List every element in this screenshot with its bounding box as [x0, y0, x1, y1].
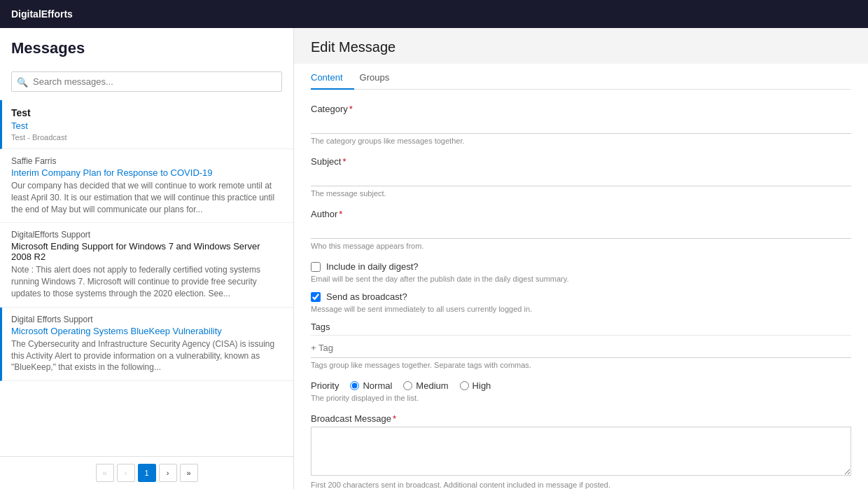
author-input[interactable] — [311, 222, 851, 239]
priority-normal-option[interactable]: Normal — [350, 380, 392, 391]
message-subject: Interim Company Plan for Response to COV… — [11, 167, 282, 178]
tags-divider — [311, 335, 851, 336]
list-item[interactable]: Saffie Farris Interim Company Plan for R… — [0, 149, 293, 223]
tags-hint: Tags group like messages together. Separ… — [311, 361, 851, 369]
daily-digest-hint: Email will be sent the day after the pub… — [311, 275, 851, 283]
author-label: Author* — [311, 209, 851, 219]
subject-label: Subject* — [311, 156, 851, 167]
message-sender: Digital Efforts Support — [11, 315, 282, 324]
category-hint: The category groups like messages togeth… — [311, 137, 851, 145]
list-item[interactable]: DigitalEfforts Support Microsoft Ending … — [0, 223, 293, 307]
message-preview: The Cybersecurity and Infrastructure Sec… — [11, 338, 282, 373]
broadcast-message-label: Broadcast Message* — [311, 413, 851, 424]
message-preview: Note : This alert does not apply to fede… — [11, 264, 282, 299]
search-icon: 🔍 — [17, 76, 28, 87]
edit-title: Edit Message — [311, 39, 851, 55]
broadcast-checkbox-label[interactable]: Send as broadcast? — [311, 291, 851, 302]
priority-normal-radio[interactable] — [350, 381, 359, 390]
subject-hint: The message subject. — [311, 189, 851, 198]
tab-groups[interactable]: Groups — [360, 67, 401, 90]
app-title: DigitalEfforts — [11, 8, 73, 20]
search-container: 🔍 — [0, 71, 293, 100]
priority-label: Priority — [311, 380, 339, 391]
message-sender: DigitalEfforts Support — [11, 230, 282, 240]
list-item[interactable]: Test Test Test - Broadcast — [0, 100, 293, 149]
broadcast-checkbox-hint: Message will be sent immediately to all … — [311, 305, 851, 313]
priority-group: Priority Normal Medium High The priority… — [311, 380, 851, 402]
page-first-button[interactable]: « — [96, 464, 114, 482]
left-panel: Messages 🔍 Test Test Test - Broadcast Sa… — [0, 28, 294, 489]
message-meta: Test - Broadcast — [11, 133, 282, 142]
page-last-button[interactable]: » — [180, 464, 198, 482]
priority-high-option[interactable]: High — [460, 380, 491, 391]
daily-digest-group: Include in daily digest? Email will be s… — [311, 261, 851, 283]
broadcast-checkbox[interactable] — [311, 292, 321, 302]
tags-label: Tags — [311, 322, 851, 332]
priority-high-radio[interactable] — [460, 381, 469, 390]
daily-digest-label[interactable]: Include in daily digest? — [311, 261, 851, 272]
page-prev-button[interactable]: ‹ — [117, 464, 135, 482]
top-bar: DigitalEfforts — [0, 0, 868, 28]
message-sender: Saffie Farris — [11, 156, 282, 166]
main-layout: Messages 🔍 Test Test Test - Broadcast Sa… — [0, 28, 868, 489]
broadcast-message-input[interactable] — [311, 427, 851, 476]
daily-digest-checkbox[interactable] — [311, 262, 321, 272]
broadcast-checkbox-group: Send as broadcast? Message will be sent … — [311, 291, 851, 313]
author-group: Author* Who this message appears from. — [311, 209, 851, 250]
category-input[interactable] — [311, 117, 851, 134]
page-current-button[interactable]: 1 — [138, 464, 156, 482]
tags-group: Tags Tags group like messages together. … — [311, 322, 851, 369]
message-subject-sub: Test — [11, 120, 282, 131]
author-hint: Who this message appears from. — [311, 242, 851, 250]
search-input[interactable] — [11, 71, 282, 92]
edit-header: Edit Message — [294, 28, 868, 64]
priority-hint: The priority displayed in the list. — [311, 394, 851, 402]
subject-group: Subject* The message subject. — [311, 156, 851, 198]
page-next-button[interactable]: › — [159, 464, 177, 482]
tab-content[interactable]: Content — [311, 67, 354, 90]
message-preview: Our company has decided that we will con… — [11, 180, 282, 215]
tabs: Content Groups — [311, 64, 851, 90]
panel-title: Messages — [11, 39, 282, 57]
priority-options: Priority Normal Medium High — [311, 380, 851, 391]
panel-header: Messages — [0, 28, 293, 71]
message-subject: Microsoft Ending Support for Windows 7 a… — [11, 241, 282, 262]
message-subject: Test — [11, 107, 282, 118]
tags-container — [311, 338, 851, 358]
messages-list: Test Test Test - Broadcast Saffie Farris… — [0, 100, 293, 456]
right-panel: Edit Message Content Groups Category* Th… — [294, 28, 868, 489]
subject-input[interactable] — [311, 170, 851, 186]
category-group: Category* The category groups like messa… — [311, 104, 851, 145]
broadcast-message-group: Broadcast Message* First 200 characters … — [311, 413, 851, 489]
message-subject: Microsoft Operating Systems BlueKeep Vul… — [11, 326, 282, 336]
priority-medium-radio[interactable] — [403, 381, 412, 390]
edit-content: Content Groups Category* The category gr… — [294, 64, 868, 489]
priority-medium-option[interactable]: Medium — [403, 380, 448, 391]
broadcast-message-hint: First 200 characters sent in broadcast. … — [311, 481, 851, 489]
tag-input[interactable] — [311, 341, 428, 354]
category-label: Category* — [311, 104, 851, 114]
search-wrapper: 🔍 — [11, 71, 282, 92]
list-item[interactable]: Digital Efforts Support Microsoft Operat… — [0, 308, 293, 381]
pagination: « ‹ 1 › » — [0, 456, 293, 489]
